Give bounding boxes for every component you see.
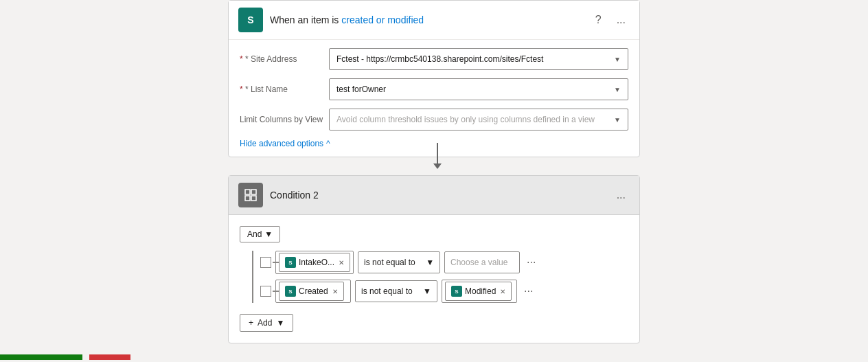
list-name-dropdown[interactable]: test forOwner ▼ bbox=[329, 78, 628, 100]
site-address-row: * * Site Address Fctest - https://crmbc5… bbox=[240, 48, 628, 70]
condition-header-right: ... bbox=[613, 188, 630, 203]
plus-icon: + bbox=[249, 318, 253, 328]
operator-dropdown-2[interactable]: is not equal to ▼ bbox=[355, 280, 437, 302]
vertical-connector bbox=[252, 251, 253, 303]
trigger-card-title: When an item is created or modified bbox=[270, 14, 424, 25]
svg-rect-1 bbox=[251, 190, 256, 194]
chevron-down-icon: ▼ bbox=[614, 56, 621, 63]
condition-row-2: S Created ✕ is not equal to ▼ S Modified bbox=[260, 280, 628, 303]
tag-close-1[interactable]: ✕ bbox=[339, 259, 344, 267]
trigger-card-body: * * Site Address Fctest - https://crmbc5… bbox=[229, 40, 639, 157]
and-dropdown[interactable]: And ▼ bbox=[240, 226, 280, 242]
limit-columns-row: Limit Columns by View Avoid column thres… bbox=[240, 109, 628, 131]
tag-icon-modified: S bbox=[451, 286, 462, 297]
trigger-card-header: S When an item is created or modified ? … bbox=[229, 1, 639, 40]
list-name-label: * * List Name bbox=[240, 84, 329, 94]
chevron-down-icon: ▼ bbox=[423, 286, 431, 296]
chevron-down-icon: ▼ bbox=[614, 86, 621, 93]
condition-card: Condition 2 ... And ▼ bbox=[228, 175, 640, 343]
condition-row-1: S IntakeO... ✕ is not equal to ▼ Choose … bbox=[260, 251, 628, 274]
status-red-indicator bbox=[89, 354, 130, 360]
connector-arrow bbox=[433, 163, 442, 169]
chevron-up-icon: ^ bbox=[326, 139, 330, 148]
more-options-button[interactable]: ... bbox=[613, 12, 630, 27]
condition-more-button[interactable]: ... bbox=[613, 188, 630, 203]
limit-columns-label: Limit Columns by View bbox=[240, 115, 329, 124]
status-bar bbox=[0, 352, 868, 362]
trigger-card-icon: S bbox=[238, 8, 263, 32]
condition-rows-container: S IntakeO... ✕ is not equal to ▼ Choose … bbox=[240, 251, 628, 303]
list-name-row: * * List Name test forOwner ▼ bbox=[240, 78, 628, 100]
site-address-label: * * Site Address bbox=[240, 54, 329, 64]
condition-card-icon bbox=[238, 183, 263, 207]
intake-tag: S IntakeO... ✕ bbox=[279, 253, 350, 272]
condition-card-header: Condition 2 ... bbox=[229, 176, 639, 215]
tag-wrapper-1: S IntakeO... ✕ bbox=[275, 251, 354, 274]
value-input-1[interactable]: Choose a value bbox=[444, 251, 520, 273]
svg-rect-2 bbox=[245, 196, 250, 201]
add-button[interactable]: + Add ▼ bbox=[240, 314, 293, 332]
tag-icon-1: S bbox=[285, 257, 296, 268]
h-connector-1 bbox=[273, 262, 279, 263]
tag-icon-2: S bbox=[285, 286, 296, 297]
h-connector-2 bbox=[273, 291, 279, 292]
chevron-down-icon: ▼ bbox=[276, 318, 284, 328]
header-left: S When an item is created or modified bbox=[238, 8, 424, 32]
row-more-button-2[interactable]: ··· bbox=[521, 284, 536, 299]
status-green-indicator bbox=[0, 354, 82, 360]
modified-tag: S Modified ✕ bbox=[445, 282, 512, 301]
condition-checkbox-2[interactable] bbox=[260, 286, 271, 297]
chevron-down-icon: ▼ bbox=[426, 258, 434, 267]
tag-close-2[interactable]: ✕ bbox=[332, 288, 338, 295]
created-tag: S Created ✕ bbox=[279, 282, 344, 301]
tag-wrapper-modified: S Modified ✕ bbox=[442, 280, 517, 303]
site-address-dropdown[interactable]: Fctest - https://crmbc540138.sharepoint.… bbox=[329, 48, 628, 70]
flow-connector bbox=[433, 143, 442, 169]
header-right: ? ... bbox=[591, 12, 630, 27]
help-button[interactable]: ? bbox=[591, 12, 606, 27]
chevron-down-icon: ▼ bbox=[614, 116, 621, 124]
operator-dropdown-1[interactable]: is not equal to ▼ bbox=[358, 251, 440, 273]
condition-header-left: Condition 2 bbox=[238, 183, 319, 207]
tag-wrapper-2: S Created ✕ bbox=[275, 280, 351, 303]
connector-line bbox=[437, 143, 438, 163]
condition-card-title: Condition 2 bbox=[270, 190, 319, 201]
limit-columns-dropdown[interactable]: Avoid column threshold issues by only us… bbox=[329, 109, 628, 131]
trigger-card: S When an item is created or modified ? … bbox=[228, 0, 640, 157]
row-more-button-1[interactable]: ··· bbox=[524, 255, 538, 270]
condition-body: And ▼ S IntakeO... ✕ bbox=[229, 215, 639, 343]
chevron-down-icon: ▼ bbox=[264, 229, 273, 239]
tag-close-modified[interactable]: ✕ bbox=[500, 288, 505, 295]
svg-rect-0 bbox=[245, 190, 250, 194]
svg-rect-3 bbox=[251, 196, 256, 201]
condition-checkbox-1[interactable] bbox=[260, 257, 271, 268]
